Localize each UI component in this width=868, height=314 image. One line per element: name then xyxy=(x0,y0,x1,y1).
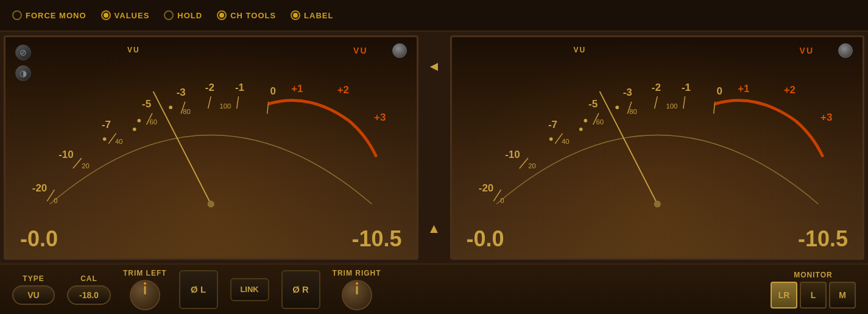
svg-point-58 xyxy=(654,201,660,207)
svg-text:0: 0 xyxy=(500,197,504,204)
link-control: LINK xyxy=(230,278,269,301)
svg-line-49 xyxy=(683,96,685,109)
svg-text:-20: -20 xyxy=(32,182,48,194)
trim-left-label: TRIM LEFT xyxy=(123,269,167,277)
svg-text:-3: -3 xyxy=(623,87,632,98)
left-meter-scale: -20 0 -10 20 -7 40 -5 60 -3 80 xyxy=(5,37,417,221)
phase-left-control: Ø L xyxy=(179,270,218,309)
svg-text:40: 40 xyxy=(561,138,569,145)
right-meter-value-left: -0.0 xyxy=(467,226,504,252)
svg-point-11 xyxy=(133,127,136,131)
monitor-m-button[interactable]: M xyxy=(829,282,856,309)
arrow-left-indicator[interactable]: ◄ xyxy=(428,59,441,74)
svg-point-27 xyxy=(208,201,214,207)
type-button[interactable]: VU xyxy=(12,285,55,305)
phase-right-button[interactable]: Ø R xyxy=(281,270,320,309)
meters-section: ⊘ ◑ VU VU -20 0 xyxy=(0,32,868,263)
force-mono-toggle[interactable]: FORCE MONO xyxy=(12,10,86,20)
force-mono-radio xyxy=(12,10,22,20)
monitor-label: MONITOR xyxy=(794,271,832,279)
svg-text:-5: -5 xyxy=(588,98,598,110)
center-divider: ◄ ▲ xyxy=(422,32,446,263)
svg-text:60: 60 xyxy=(150,118,158,126)
label-toggle[interactable]: LABEL xyxy=(291,10,333,20)
trim-left-knob[interactable] xyxy=(130,280,160,310)
type-control: TYPE VU xyxy=(12,274,55,305)
left-meter-value-left: -0.0 xyxy=(20,226,58,252)
values-toggle[interactable]: VALUES xyxy=(101,10,150,20)
label-label: LABEL xyxy=(304,11,333,20)
svg-line-57 xyxy=(599,92,657,204)
right-meter-value-right: -10.5 xyxy=(798,226,848,252)
ch-tools-radio xyxy=(217,10,227,20)
phase-right-control: Ø R xyxy=(281,270,320,309)
right-meter-values: -0.0 -10.5 xyxy=(452,226,863,252)
svg-point-28 xyxy=(103,137,107,141)
arrow-up-indicator[interactable]: ▲ xyxy=(428,221,441,237)
svg-text:-10: -10 xyxy=(58,149,74,160)
toolbar: FORCE MONO VALUES HOLD CH TOOLS LABEL xyxy=(0,0,868,32)
svg-text:-7: -7 xyxy=(548,119,557,130)
svg-text:100: 100 xyxy=(219,102,231,110)
svg-text:-7: -7 xyxy=(102,119,111,130)
hold-toggle[interactable]: HOLD xyxy=(164,10,202,20)
svg-text:80: 80 xyxy=(183,108,191,115)
cal-control: CAL -18.0 xyxy=(67,274,111,305)
right-meter-panel: VU VU -20 0 -10 20 -7 40 -5 60 xyxy=(450,35,865,260)
force-mono-label: FORCE MONO xyxy=(26,11,86,20)
trim-right-label: TRIM RIGHT xyxy=(333,269,381,277)
trim-left-control: TRIM LEFT xyxy=(123,269,167,310)
svg-text:-1: -1 xyxy=(681,82,690,93)
ch-tools-label: CH TOOLS xyxy=(230,11,276,20)
cal-button[interactable]: -18.0 xyxy=(67,285,111,305)
svg-text:+2: +2 xyxy=(337,84,349,96)
svg-line-3 xyxy=(73,158,82,168)
svg-text:+1: +1 xyxy=(738,83,749,95)
svg-line-16 xyxy=(208,96,211,109)
svg-text:-2: -2 xyxy=(651,82,660,93)
phase-left-button[interactable]: Ø L xyxy=(179,270,218,309)
svg-text:+3: +3 xyxy=(374,112,386,123)
hold-radio xyxy=(164,10,174,20)
svg-text:-2: -2 xyxy=(205,82,214,93)
right-meter-scale: -20 0 -10 20 -7 40 -5 60 -3 80 -2 -1 xyxy=(452,37,863,221)
svg-text:100: 100 xyxy=(666,102,677,110)
monitor-l-button[interactable]: L xyxy=(800,282,827,309)
trim-right-knob[interactable] xyxy=(342,280,372,310)
trim-right-knob-dot xyxy=(356,282,358,285)
svg-point-61 xyxy=(615,105,619,109)
svg-point-60 xyxy=(584,119,587,123)
left-meter-value-right: -10.5 xyxy=(351,226,401,252)
hold-label: HOLD xyxy=(177,11,202,20)
svg-text:40: 40 xyxy=(115,138,123,145)
svg-text:-10: -10 xyxy=(505,149,520,160)
svg-line-34 xyxy=(519,158,528,168)
svg-point-59 xyxy=(549,137,552,141)
ch-tools-toggle[interactable]: CH TOOLS xyxy=(217,10,276,20)
monitor-buttons: LR L M xyxy=(771,282,856,309)
svg-text:+2: +2 xyxy=(783,84,795,96)
svg-text:-20: -20 xyxy=(478,182,493,194)
values-label: VALUES xyxy=(115,11,150,20)
monitor-control: MONITOR LR L M xyxy=(771,271,856,309)
svg-text:-3: -3 xyxy=(177,87,186,98)
type-label: TYPE xyxy=(23,274,44,283)
values-radio xyxy=(101,10,111,20)
link-button[interactable]: LINK xyxy=(230,278,269,301)
svg-text:0: 0 xyxy=(270,85,275,97)
svg-text:20: 20 xyxy=(528,162,536,169)
svg-text:-5: -5 xyxy=(142,98,151,110)
svg-point-42 xyxy=(579,127,582,131)
svg-point-29 xyxy=(137,119,141,123)
trim-left-knob-dot xyxy=(144,282,146,285)
monitor-lr-button[interactable]: LR xyxy=(771,282,797,309)
svg-line-21 xyxy=(267,102,269,114)
svg-text:20: 20 xyxy=(82,162,90,169)
svg-text:0: 0 xyxy=(716,85,722,97)
cal-label: CAL xyxy=(80,274,97,283)
svg-text:-1: -1 xyxy=(235,82,244,93)
svg-text:+3: +3 xyxy=(820,112,832,123)
svg-point-30 xyxy=(169,105,172,109)
left-meter-values: -0.0 -10.5 xyxy=(5,226,417,252)
svg-text:60: 60 xyxy=(596,118,604,126)
